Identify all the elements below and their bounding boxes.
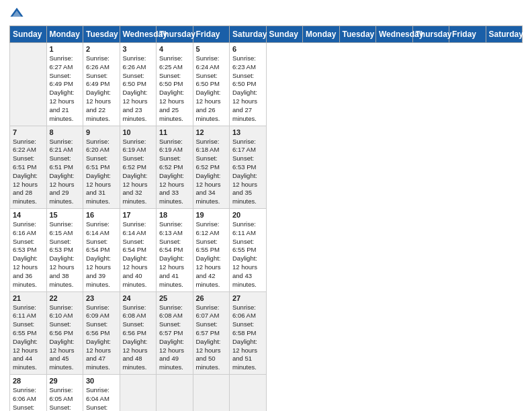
empty-cell bbox=[193, 375, 230, 412]
col-header-thursday: Thursday bbox=[157, 26, 193, 43]
day-number: 4 bbox=[159, 45, 190, 53]
day-cell-8: 8Sunrise: 6:21 AM Sunset: 6:51 PM Daylig… bbox=[46, 126, 83, 209]
day-info: Sunrise: 6:20 AM Sunset: 6:51 PM Dayligh… bbox=[86, 138, 117, 207]
day-cell-19: 19Sunrise: 6:12 AM Sunset: 6:55 PM Dayli… bbox=[193, 209, 230, 292]
day-number: 21 bbox=[13, 294, 44, 302]
empty-cell bbox=[120, 375, 157, 412]
day-number: 8 bbox=[50, 128, 81, 136]
day-cell-28: 28Sunrise: 6:06 AM Sunset: 6:58 PM Dayli… bbox=[10, 375, 47, 412]
day-info: Sunrise: 6:15 AM Sunset: 6:53 PM Dayligh… bbox=[50, 220, 81, 289]
day-number: 9 bbox=[86, 128, 117, 136]
day-cell-9: 9Sunrise: 6:20 AM Sunset: 6:51 PM Daylig… bbox=[83, 126, 120, 209]
day-info: Sunrise: 6:14 AM Sunset: 6:54 PM Dayligh… bbox=[86, 220, 117, 289]
header bbox=[9, 7, 523, 21]
day-info: Sunrise: 6:11 AM Sunset: 6:55 PM Dayligh… bbox=[232, 220, 263, 289]
day-info: Sunrise: 6:16 AM Sunset: 6:53 PM Dayligh… bbox=[13, 220, 44, 289]
day-info: Sunrise: 6:14 AM Sunset: 6:54 PM Dayligh… bbox=[123, 220, 154, 289]
day-number: 10 bbox=[123, 128, 154, 136]
day-cell-20: 20Sunrise: 6:11 AM Sunset: 6:55 PM Dayli… bbox=[230, 209, 267, 292]
col-header-tuesday: Tuesday bbox=[83, 26, 120, 43]
day-number: 2 bbox=[86, 45, 117, 53]
col-sunday: Sunday bbox=[266, 26, 303, 43]
day-cell-4: 4Sunrise: 6:25 AM Sunset: 6:50 PM Daylig… bbox=[157, 43, 193, 126]
col-header-monday: Monday bbox=[46, 26, 83, 43]
day-info: Sunrise: 6:17 AM Sunset: 6:53 PM Dayligh… bbox=[232, 138, 263, 207]
week-row-1: 1Sunrise: 6:27 AM Sunset: 6:49 PM Daylig… bbox=[10, 43, 523, 126]
day-info: Sunrise: 6:05 AM Sunset: 6:58 PM Dayligh… bbox=[50, 386, 81, 411]
day-number: 23 bbox=[86, 294, 117, 302]
day-number: 24 bbox=[123, 294, 154, 302]
day-number: 3 bbox=[123, 45, 154, 53]
day-cell-27: 27Sunrise: 6:06 AM Sunset: 6:58 PM Dayli… bbox=[230, 291, 267, 375]
day-number: 18 bbox=[159, 211, 190, 219]
empty-cell bbox=[10, 43, 47, 126]
day-cell-7: 7Sunrise: 6:22 AM Sunset: 6:51 PM Daylig… bbox=[10, 126, 47, 209]
day-number: 13 bbox=[232, 128, 263, 136]
day-number: 20 bbox=[232, 211, 263, 219]
col-monday: Monday bbox=[303, 26, 340, 43]
day-info: Sunrise: 6:04 AM Sunset: 6:59 PM Dayligh… bbox=[86, 386, 117, 411]
day-info: Sunrise: 6:06 AM Sunset: 6:58 PM Dayligh… bbox=[232, 304, 263, 373]
day-number: 25 bbox=[159, 294, 190, 302]
day-info: Sunrise: 6:06 AM Sunset: 6:58 PM Dayligh… bbox=[13, 386, 44, 411]
col-tuesday: Tuesday bbox=[339, 26, 376, 43]
day-cell-15: 15Sunrise: 6:15 AM Sunset: 6:53 PM Dayli… bbox=[46, 209, 83, 292]
day-info: Sunrise: 6:10 AM Sunset: 6:56 PM Dayligh… bbox=[50, 304, 81, 373]
empty-cell bbox=[230, 375, 267, 412]
day-number: 15 bbox=[50, 211, 81, 219]
day-cell-10: 10Sunrise: 6:19 AM Sunset: 6:52 PM Dayli… bbox=[120, 126, 157, 209]
day-cell-24: 24Sunrise: 6:08 AM Sunset: 6:56 PM Dayli… bbox=[120, 291, 157, 375]
day-cell-1: 1Sunrise: 6:27 AM Sunset: 6:49 PM Daylig… bbox=[46, 43, 83, 126]
day-cell-16: 16Sunrise: 6:14 AM Sunset: 6:54 PM Dayli… bbox=[83, 209, 120, 292]
day-cell-17: 17Sunrise: 6:14 AM Sunset: 6:54 PM Dayli… bbox=[120, 209, 157, 292]
day-number: 11 bbox=[159, 128, 190, 136]
day-cell-30: 30Sunrise: 6:04 AM Sunset: 6:59 PM Dayli… bbox=[83, 375, 120, 412]
week-row-4: 21Sunrise: 6:11 AM Sunset: 6:55 PM Dayli… bbox=[10, 291, 523, 375]
col-header-wednesday: Wednesday bbox=[120, 26, 157, 43]
day-info: Sunrise: 6:07 AM Sunset: 6:57 PM Dayligh… bbox=[196, 304, 227, 373]
day-info: Sunrise: 6:26 AM Sunset: 6:49 PM Dayligh… bbox=[86, 54, 117, 124]
day-number: 30 bbox=[86, 377, 117, 385]
day-number: 7 bbox=[13, 128, 44, 136]
week-row-3: 14Sunrise: 6:16 AM Sunset: 6:53 PM Dayli… bbox=[10, 209, 523, 292]
day-number: 26 bbox=[196, 294, 227, 302]
day-cell-26: 26Sunrise: 6:07 AM Sunset: 6:57 PM Dayli… bbox=[193, 291, 230, 375]
col-header-friday: Friday bbox=[193, 26, 230, 43]
day-info: Sunrise: 6:23 AM Sunset: 6:50 PM Dayligh… bbox=[232, 54, 263, 124]
day-cell-13: 13Sunrise: 6:17 AM Sunset: 6:53 PM Dayli… bbox=[230, 126, 267, 209]
day-info: Sunrise: 6:08 AM Sunset: 6:57 PM Dayligh… bbox=[159, 304, 190, 373]
day-cell-18: 18Sunrise: 6:13 AM Sunset: 6:54 PM Dayli… bbox=[157, 209, 193, 292]
day-number: 12 bbox=[196, 128, 227, 136]
day-number: 6 bbox=[232, 45, 263, 53]
col-header-sunday: Sunday bbox=[10, 26, 47, 43]
day-cell-14: 14Sunrise: 6:16 AM Sunset: 6:53 PM Dayli… bbox=[10, 209, 47, 292]
day-info: Sunrise: 6:25 AM Sunset: 6:50 PM Dayligh… bbox=[159, 54, 190, 124]
day-info: Sunrise: 6:11 AM Sunset: 6:55 PM Dayligh… bbox=[13, 304, 44, 373]
day-info: Sunrise: 6:18 AM Sunset: 6:52 PM Dayligh… bbox=[196, 138, 227, 207]
day-cell-21: 21Sunrise: 6:11 AM Sunset: 6:55 PM Dayli… bbox=[10, 291, 47, 375]
logo bbox=[9, 7, 27, 21]
col-friday: Friday bbox=[449, 26, 486, 43]
day-cell-23: 23Sunrise: 6:09 AM Sunset: 6:56 PM Dayli… bbox=[83, 291, 120, 375]
day-info: Sunrise: 6:27 AM Sunset: 6:49 PM Dayligh… bbox=[50, 54, 81, 124]
col-wednesday: Wednesday bbox=[376, 26, 413, 43]
day-cell-6: 6Sunrise: 6:23 AM Sunset: 6:50 PM Daylig… bbox=[230, 43, 267, 126]
calendar-table: SundayMondayTuesdayWednesdayThursdayFrid… bbox=[9, 26, 523, 411]
day-number: 17 bbox=[123, 211, 154, 219]
empty-cell bbox=[157, 375, 193, 412]
day-info: Sunrise: 6:12 AM Sunset: 6:55 PM Dayligh… bbox=[196, 220, 227, 289]
day-info: Sunrise: 6:26 AM Sunset: 6:50 PM Dayligh… bbox=[123, 54, 154, 124]
day-info: Sunrise: 6:22 AM Sunset: 6:51 PM Dayligh… bbox=[13, 138, 44, 207]
day-cell-3: 3Sunrise: 6:26 AM Sunset: 6:50 PM Daylig… bbox=[120, 43, 157, 126]
week-row-5: 28Sunrise: 6:06 AM Sunset: 6:58 PM Dayli… bbox=[10, 375, 523, 412]
day-info: Sunrise: 6:24 AM Sunset: 6:50 PM Dayligh… bbox=[196, 54, 227, 124]
day-info: Sunrise: 6:08 AM Sunset: 6:56 PM Dayligh… bbox=[123, 304, 154, 373]
day-number: 1 bbox=[50, 45, 81, 53]
day-info: Sunrise: 6:21 AM Sunset: 6:51 PM Dayligh… bbox=[50, 138, 81, 207]
day-number: 28 bbox=[13, 377, 44, 385]
week-row-2: 7Sunrise: 6:22 AM Sunset: 6:51 PM Daylig… bbox=[10, 126, 523, 209]
col-saturday: Saturday bbox=[486, 26, 523, 43]
day-cell-2: 2Sunrise: 6:26 AM Sunset: 6:49 PM Daylig… bbox=[83, 43, 120, 126]
day-info: Sunrise: 6:13 AM Sunset: 6:54 PM Dayligh… bbox=[159, 220, 190, 289]
day-cell-11: 11Sunrise: 6:19 AM Sunset: 6:52 PM Dayli… bbox=[157, 126, 193, 209]
